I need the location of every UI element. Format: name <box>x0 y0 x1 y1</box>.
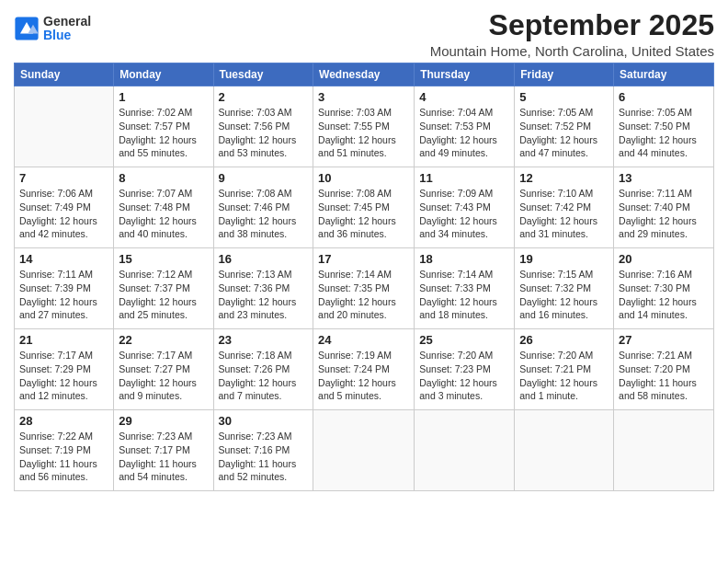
logo: General Blue <box>14 15 91 43</box>
day-number: 10 <box>318 171 409 185</box>
day-number: 17 <box>318 252 409 266</box>
day-info: Sunrise: 7:08 AMSunset: 7:45 PMDaylight:… <box>318 187 409 241</box>
calendar-cell: 16Sunrise: 7:13 AMSunset: 7:36 PMDayligh… <box>213 248 313 329</box>
calendar-cell: 22Sunrise: 7:17 AMSunset: 7:27 PMDayligh… <box>114 329 213 410</box>
day-number: 8 <box>119 171 208 185</box>
calendar-cell: 17Sunrise: 7:14 AMSunset: 7:35 PMDayligh… <box>313 248 415 329</box>
day-number: 11 <box>419 171 509 185</box>
day-info: Sunrise: 7:09 AMSunset: 7:43 PMDaylight:… <box>419 187 509 241</box>
calendar-body: 1Sunrise: 7:02 AMSunset: 7:57 PMDaylight… <box>15 86 714 491</box>
calendar-cell: 19Sunrise: 7:15 AMSunset: 7:32 PMDayligh… <box>515 248 614 329</box>
calendar-cell: 30Sunrise: 7:23 AMSunset: 7:16 PMDayligh… <box>213 410 313 491</box>
day-number: 2 <box>219 90 309 104</box>
day-info: Sunrise: 7:03 AMSunset: 7:55 PMDaylight:… <box>318 106 409 160</box>
day-info: Sunrise: 7:11 AMSunset: 7:39 PMDaylight:… <box>19 268 108 322</box>
calendar-cell: 20Sunrise: 7:16 AMSunset: 7:30 PMDayligh… <box>614 248 714 329</box>
day-info: Sunrise: 7:07 AMSunset: 7:48 PMDaylight:… <box>119 187 208 241</box>
day-info: Sunrise: 7:10 AMSunset: 7:42 PMDaylight:… <box>519 187 609 241</box>
day-info: Sunrise: 7:05 AMSunset: 7:52 PMDaylight:… <box>519 106 609 160</box>
day-info: Sunrise: 7:17 AMSunset: 7:29 PMDaylight:… <box>19 349 108 403</box>
calendar-cell <box>313 410 415 491</box>
weekday-header-friday: Friday <box>515 63 614 86</box>
calendar-cell: 18Sunrise: 7:14 AMSunset: 7:33 PMDayligh… <box>415 248 515 329</box>
calendar-cell: 3Sunrise: 7:03 AMSunset: 7:55 PMDaylight… <box>313 86 415 167</box>
day-number: 14 <box>19 252 108 266</box>
calendar-cell: 27Sunrise: 7:21 AMSunset: 7:20 PMDayligh… <box>614 329 714 410</box>
day-number: 3 <box>318 90 409 104</box>
day-info: Sunrise: 7:14 AMSunset: 7:33 PMDaylight:… <box>419 268 509 322</box>
day-info: Sunrise: 7:08 AMSunset: 7:46 PMDaylight:… <box>219 187 309 241</box>
month-title: September 2025 <box>430 9 714 41</box>
day-number: 4 <box>419 90 509 104</box>
header: General Blue September 2025 Mountain Hom… <box>14 9 714 59</box>
calendar-cell: 21Sunrise: 7:17 AMSunset: 7:29 PMDayligh… <box>15 329 114 410</box>
weekday-header-wednesday: Wednesday <box>313 63 415 86</box>
calendar-cell: 13Sunrise: 7:11 AMSunset: 7:40 PMDayligh… <box>614 167 714 248</box>
calendar-cell: 29Sunrise: 7:23 AMSunset: 7:17 PMDayligh… <box>114 410 213 491</box>
logo-general-text: General <box>43 15 91 29</box>
day-info: Sunrise: 7:20 AMSunset: 7:21 PMDaylight:… <box>519 349 609 403</box>
calendar-cell: 1Sunrise: 7:02 AMSunset: 7:57 PMDaylight… <box>114 86 213 167</box>
calendar-cell: 24Sunrise: 7:19 AMSunset: 7:24 PMDayligh… <box>313 329 415 410</box>
calendar-cell <box>515 410 614 491</box>
weekday-header-thursday: Thursday <box>415 63 515 86</box>
day-info: Sunrise: 7:20 AMSunset: 7:23 PMDaylight:… <box>419 349 509 403</box>
calendar-week-row: 14Sunrise: 7:11 AMSunset: 7:39 PMDayligh… <box>15 248 714 329</box>
day-info: Sunrise: 7:04 AMSunset: 7:53 PMDaylight:… <box>419 106 509 160</box>
day-number: 5 <box>519 90 609 104</box>
day-number: 20 <box>619 252 709 266</box>
day-info: Sunrise: 7:05 AMSunset: 7:50 PMDaylight:… <box>619 106 709 160</box>
day-info: Sunrise: 7:23 AMSunset: 7:16 PMDaylight:… <box>219 430 309 484</box>
calendar-cell: 2Sunrise: 7:03 AMSunset: 7:56 PMDaylight… <box>213 86 313 167</box>
day-number: 23 <box>219 333 309 347</box>
calendar: SundayMondayTuesdayWednesdayThursdayFrid… <box>14 63 714 491</box>
title-block: September 2025 Mountain Home, North Caro… <box>430 9 714 59</box>
calendar-cell <box>415 410 515 491</box>
calendar-cell <box>614 410 714 491</box>
day-info: Sunrise: 7:03 AMSunset: 7:56 PMDaylight:… <box>219 106 309 160</box>
calendar-week-row: 28Sunrise: 7:22 AMSunset: 7:19 PMDayligh… <box>15 410 714 491</box>
calendar-cell: 6Sunrise: 7:05 AMSunset: 7:50 PMDaylight… <box>614 86 714 167</box>
calendar-cell: 8Sunrise: 7:07 AMSunset: 7:48 PMDaylight… <box>114 167 213 248</box>
day-number: 30 <box>219 414 309 428</box>
calendar-cell <box>15 86 114 167</box>
day-number: 25 <box>419 333 509 347</box>
day-number: 27 <box>619 333 709 347</box>
day-info: Sunrise: 7:13 AMSunset: 7:36 PMDaylight:… <box>219 268 309 322</box>
calendar-cell: 9Sunrise: 7:08 AMSunset: 7:46 PMDaylight… <box>213 167 313 248</box>
day-info: Sunrise: 7:06 AMSunset: 7:49 PMDaylight:… <box>19 187 108 241</box>
weekday-header-tuesday: Tuesday <box>213 63 313 86</box>
day-info: Sunrise: 7:14 AMSunset: 7:35 PMDaylight:… <box>318 268 409 322</box>
calendar-header: SundayMondayTuesdayWednesdayThursdayFrid… <box>15 63 714 86</box>
calendar-week-row: 1Sunrise: 7:02 AMSunset: 7:57 PMDaylight… <box>15 86 714 167</box>
calendar-cell: 10Sunrise: 7:08 AMSunset: 7:45 PMDayligh… <box>313 167 415 248</box>
calendar-cell: 14Sunrise: 7:11 AMSunset: 7:39 PMDayligh… <box>15 248 114 329</box>
day-info: Sunrise: 7:21 AMSunset: 7:20 PMDaylight:… <box>619 349 709 403</box>
day-info: Sunrise: 7:16 AMSunset: 7:30 PMDaylight:… <box>619 268 709 322</box>
day-number: 29 <box>119 414 208 428</box>
calendar-cell: 7Sunrise: 7:06 AMSunset: 7:49 PMDaylight… <box>15 167 114 248</box>
logo-icon <box>14 16 40 41</box>
day-info: Sunrise: 7:22 AMSunset: 7:19 PMDaylight:… <box>19 430 108 484</box>
day-number: 1 <box>119 90 208 104</box>
day-number: 18 <box>419 252 509 266</box>
weekday-header-monday: Monday <box>114 63 213 86</box>
day-number: 19 <box>519 252 609 266</box>
calendar-cell: 26Sunrise: 7:20 AMSunset: 7:21 PMDayligh… <box>515 329 614 410</box>
calendar-cell: 23Sunrise: 7:18 AMSunset: 7:26 PMDayligh… <box>213 329 313 410</box>
calendar-week-row: 7Sunrise: 7:06 AMSunset: 7:49 PMDaylight… <box>15 167 714 248</box>
day-number: 26 <box>519 333 609 347</box>
calendar-cell: 28Sunrise: 7:22 AMSunset: 7:19 PMDayligh… <box>15 410 114 491</box>
day-info: Sunrise: 7:15 AMSunset: 7:32 PMDaylight:… <box>519 268 609 322</box>
calendar-cell: 12Sunrise: 7:10 AMSunset: 7:42 PMDayligh… <box>515 167 614 248</box>
day-info: Sunrise: 7:17 AMSunset: 7:27 PMDaylight:… <box>119 349 208 403</box>
day-info: Sunrise: 7:11 AMSunset: 7:40 PMDaylight:… <box>619 187 709 241</box>
day-info: Sunrise: 7:02 AMSunset: 7:57 PMDaylight:… <box>119 106 208 160</box>
day-info: Sunrise: 7:19 AMSunset: 7:24 PMDaylight:… <box>318 349 409 403</box>
day-number: 21 <box>19 333 108 347</box>
day-number: 24 <box>318 333 409 347</box>
day-info: Sunrise: 7:12 AMSunset: 7:37 PMDaylight:… <box>119 268 208 322</box>
location-title: Mountain Home, North Carolina, United St… <box>430 43 714 59</box>
weekday-header-saturday: Saturday <box>614 63 714 86</box>
day-info: Sunrise: 7:23 AMSunset: 7:17 PMDaylight:… <box>119 430 208 484</box>
